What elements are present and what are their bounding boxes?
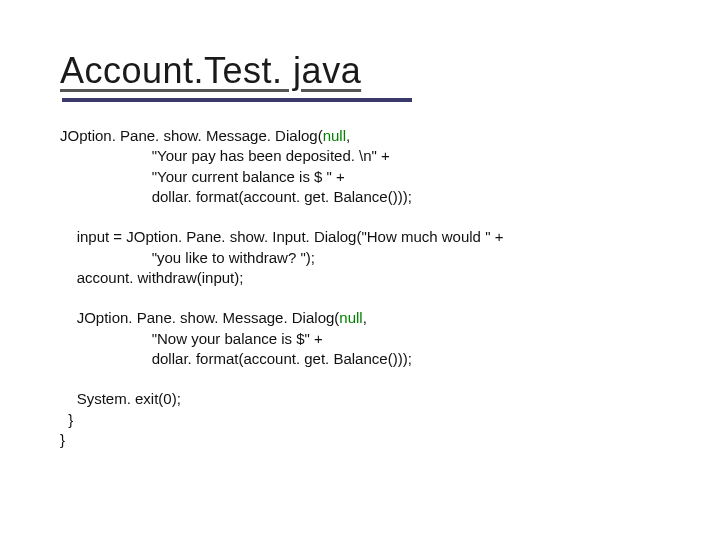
- code-line-2: "Your pay has been deposited. \n" +: [60, 147, 390, 164]
- code-line-3: "Your current balance is $ " +: [60, 168, 345, 185]
- code-line-12: dollar. format(account. get. Balance()))…: [60, 350, 412, 367]
- slide-title: Account.Test. java: [60, 50, 670, 92]
- code-line-14: System. exit(0);: [60, 390, 181, 407]
- code-block: JOption. Pane. show. Message. Dialog(nul…: [60, 126, 670, 450]
- code-line-1b: ,: [346, 127, 350, 144]
- code-line-10a: JOption. Pane. show. Message. Dialog(: [60, 309, 339, 326]
- code-line-15: }: [60, 411, 73, 428]
- code-line-8: account. withdraw(input);: [60, 269, 243, 286]
- code-line-16: }: [60, 431, 65, 448]
- title-underline-accent: [62, 98, 412, 102]
- keyword-null-1: null: [323, 127, 346, 144]
- code-line-4: dollar. format(account. get. Balance()))…: [60, 188, 412, 205]
- code-line-10b: ,: [363, 309, 367, 326]
- code-line-7: "you like to withdraw? ");: [60, 249, 315, 266]
- keyword-null-2: null: [339, 309, 362, 326]
- slide: Account.Test. java JOption. Pane. show. …: [0, 0, 720, 540]
- code-line-6: input = JOption. Pane. show. Input. Dial…: [60, 228, 503, 245]
- code-line-1a: JOption. Pane. show. Message. Dialog(: [60, 127, 323, 144]
- code-line-11: "Now your balance is $" +: [60, 330, 323, 347]
